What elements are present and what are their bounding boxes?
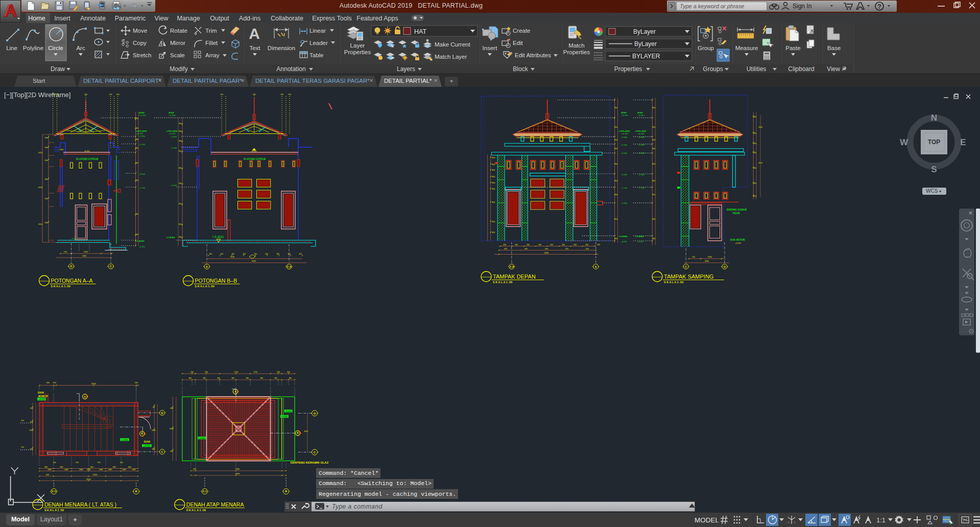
svg-text:150: 150 bbox=[253, 94, 256, 96]
svg-text:3130: 3130 bbox=[708, 256, 712, 258]
svg-text:GENTENG KERAMIK GLAZ: GENTENG KERAMIK GLAZ bbox=[291, 461, 329, 464]
svg-text:+4.600: +4.600 bbox=[621, 202, 628, 204]
svg-text:+9.800: +9.800 bbox=[638, 136, 645, 139]
svg-text:+5.600: +5.600 bbox=[621, 173, 628, 176]
svg-text:+11.400: +11.400 bbox=[621, 114, 628, 117]
svg-text:+6.000: +6.000 bbox=[38, 398, 45, 400]
svg-text:S K A L A 1 :50: S K A L A 1 :50 bbox=[186, 509, 206, 512]
svg-text:1488: 1488 bbox=[47, 469, 52, 471]
svg-text:150: 150 bbox=[30, 407, 33, 409]
svg-text:850: 850 bbox=[492, 176, 495, 178]
svg-text:+4.000: +4.000 bbox=[621, 241, 627, 243]
svg-text:4150: 4150 bbox=[38, 152, 42, 154]
svg-text:ByLayer: ByLayer bbox=[633, 28, 656, 35]
svg-text:150: 150 bbox=[288, 94, 291, 96]
svg-text:850: 850 bbox=[492, 182, 495, 184]
svg-text:150: 150 bbox=[56, 94, 59, 96]
svg-text:380: 380 bbox=[188, 377, 192, 379]
svg-text:150: 150 bbox=[21, 446, 24, 448]
svg-text:400: 400 bbox=[276, 253, 279, 255]
svg-text:900: 900 bbox=[565, 248, 568, 250]
svg-text:430: 430 bbox=[515, 244, 518, 246]
svg-text:430: 430 bbox=[527, 244, 530, 246]
svg-text:850: 850 bbox=[652, 218, 655, 220]
svg-text:ATAP: ATAP bbox=[621, 111, 627, 114]
svg-text:380: 380 bbox=[246, 377, 249, 379]
svg-text:D: D bbox=[70, 265, 73, 268]
svg-text:C: C bbox=[314, 451, 316, 454]
svg-text:4100: 4100 bbox=[93, 474, 97, 476]
svg-text:D: D bbox=[314, 412, 316, 415]
svg-text:3130: 3130 bbox=[230, 256, 234, 258]
svg-text:430: 430 bbox=[550, 244, 553, 246]
svg-text:850: 850 bbox=[652, 148, 655, 150]
svg-text:400: 400 bbox=[209, 253, 212, 255]
svg-text:380: 380 bbox=[274, 377, 277, 379]
svg-text:850: 850 bbox=[753, 195, 756, 197]
svg-text:850: 850 bbox=[652, 107, 655, 109]
svg-text:Base: Base bbox=[827, 45, 841, 51]
svg-text:1488: 1488 bbox=[64, 469, 68, 471]
svg-text:Scale: Scale bbox=[170, 52, 185, 58]
svg-text:S K A L A 1 :50: S K A L A 1 :50 bbox=[51, 285, 70, 288]
svg-text:850: 850 bbox=[492, 201, 495, 203]
svg-text:ATAP: ATAP bbox=[637, 111, 643, 114]
svg-text:+9.300: +9.300 bbox=[139, 143, 146, 146]
svg-text:340: 340 bbox=[170, 450, 173, 452]
svg-text:C: C bbox=[161, 450, 163, 453]
svg-text:150: 150 bbox=[53, 462, 56, 464]
svg-text:TIDUR: TIDUR bbox=[732, 212, 740, 215]
svg-text:340: 340 bbox=[190, 371, 194, 373]
svg-text:860: 860 bbox=[90, 466, 93, 468]
svg-text:850: 850 bbox=[179, 150, 182, 152]
svg-text:900: 900 bbox=[545, 248, 548, 250]
svg-text:3000: 3000 bbox=[170, 428, 174, 430]
svg-text:B: B bbox=[141, 432, 143, 435]
svg-text:Text: Text bbox=[249, 45, 260, 51]
svg-text:340: 340 bbox=[277, 371, 280, 373]
svg-text:+3.800: +3.800 bbox=[212, 235, 224, 239]
svg-text:Measure: Measure bbox=[735, 45, 758, 51]
svg-text:+9.300: +9.300 bbox=[621, 144, 628, 146]
svg-text:LT.ATAS: LT.ATAS bbox=[166, 236, 175, 239]
svg-text:400: 400 bbox=[299, 253, 302, 255]
svg-text:150: 150 bbox=[52, 94, 55, 96]
svg-text:Make Current: Make Current bbox=[435, 41, 470, 48]
svg-text:340: 340 bbox=[287, 371, 290, 373]
svg-text:340: 340 bbox=[170, 407, 173, 409]
svg-text:+7.150: +7.150 bbox=[139, 187, 146, 189]
svg-text:Properties: Properties bbox=[344, 49, 371, 55]
svg-text:DAK: DAK bbox=[38, 391, 44, 394]
svg-text:Match Layer: Match Layer bbox=[435, 54, 467, 60]
svg-text:430: 430 bbox=[585, 244, 588, 246]
svg-text:Match: Match bbox=[568, 42, 584, 49]
svg-text:850: 850 bbox=[45, 198, 48, 200]
svg-text:1488: 1488 bbox=[132, 469, 136, 471]
svg-text:+8.350: +8.350 bbox=[251, 150, 256, 152]
svg-text:+6.000: +6.000 bbox=[144, 444, 150, 447]
svg-text:330: 330 bbox=[193, 468, 196, 470]
svg-text:850: 850 bbox=[492, 169, 495, 171]
svg-text:900: 900 bbox=[504, 248, 507, 250]
svg-text:880: 880 bbox=[152, 448, 155, 450]
svg-text:Insert: Insert bbox=[483, 45, 498, 51]
svg-text:Draw: Draw bbox=[51, 65, 65, 73]
svg-text:+6.000: +6.000 bbox=[735, 242, 741, 244]
svg-text:LISPLANK: LISPLANK bbox=[136, 130, 147, 132]
svg-text:850: 850 bbox=[614, 126, 617, 128]
svg-text:850: 850 bbox=[614, 148, 617, 150]
svg-text:850: 850 bbox=[614, 139, 617, 141]
svg-text:150: 150 bbox=[76, 462, 79, 464]
svg-text:850: 850 bbox=[45, 222, 48, 224]
svg-text:Mirror: Mirror bbox=[170, 40, 185, 46]
svg-text:850: 850 bbox=[179, 123, 182, 125]
svg-text:TAMPAK SAMPING: TAMPAK SAMPING bbox=[664, 273, 713, 280]
svg-text:850: 850 bbox=[45, 147, 48, 149]
svg-text:Clipboard: Clipboard bbox=[788, 65, 814, 73]
svg-text:860: 860 bbox=[113, 466, 116, 468]
svg-text:D: D bbox=[724, 265, 726, 268]
svg-text:850: 850 bbox=[753, 167, 756, 169]
svg-text:LISPLANK: LISPLANK bbox=[619, 130, 630, 132]
svg-text:Layer: Layer bbox=[350, 42, 365, 49]
svg-text:860: 860 bbox=[60, 466, 63, 468]
